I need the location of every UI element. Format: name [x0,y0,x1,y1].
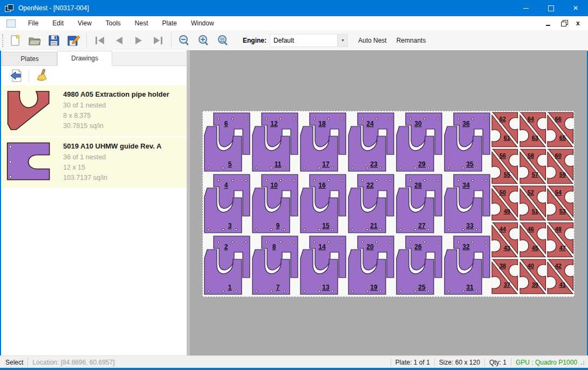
go-previous-button[interactable] [110,32,128,49]
nest-cell-red-39-40[interactable]: 4039 [519,258,547,295]
nest-cell-red-65-66[interactable]: 6665 [546,111,575,148]
nest-canvas[interactable]: 6512111817242330293635431091615222128273… [187,50,587,355]
nest-cell-red-63-64[interactable]: 6463 [519,111,547,148]
mdi-restore-button[interactable] [561,20,569,26]
nest-cell-purple-35-36[interactable]: 3635 [443,111,491,173]
open-button[interactable] [25,32,44,49]
menu-item-plate[interactable]: Plate [155,17,184,30]
part-number: 53 [559,208,566,214]
nest-cell-purple-7-8[interactable]: 87 [251,234,299,296]
part-number: 5 [228,160,232,168]
go-first-button[interactable] [91,32,109,49]
titlebar: OpenNest - [N0317-004] ✕ [0,0,588,16]
go-next-button[interactable] [129,32,148,49]
go-last-button[interactable] [149,32,167,49]
nest-cell-purple-31-32[interactable]: 3231 [443,234,491,296]
part-number: 61 [504,134,510,141]
nest-cell-red-43-44[interactable]: 4443 [491,221,519,258]
part-number: 7 [276,284,280,291]
statusbar-qty: Qty: 1 [489,359,507,366]
nest-cell-purple-5-6[interactable]: 65 [203,111,251,173]
nest-cell-purple-27-28[interactable]: 2827 [395,173,443,234]
part-number: 31 [466,284,474,291]
new-document-button[interactable] [6,32,24,49]
part-number: 36 [462,120,470,127]
nest-cell-red-47-48[interactable]: 4847 [546,221,575,258]
engine-dropdown-arrow[interactable]: ▾ [338,34,348,47]
nest-cell-purple-29-30[interactable]: 3029 [395,111,443,173]
nest-cell-red-37-38[interactable]: 3837 [491,258,519,295]
broom-icon [35,69,49,83]
menu-item-nest[interactable]: Nest [128,17,155,30]
nest-cell-purple-15-16[interactable]: 1615 [299,173,347,234]
window-border-bottom [0,368,588,370]
nest-cell-purple-21-22[interactable]: 2221 [347,173,395,234]
zoom-in-button[interactable] [195,32,213,49]
part-number: 12 [270,120,278,127]
menu-item-window[interactable]: Window [184,17,221,30]
nest-cell-purple-9-10[interactable]: 109 [251,173,299,234]
part-number: 19 [370,284,378,291]
part-number: 25 [418,284,426,291]
nest-cell-purple-25-26[interactable]: 2625 [395,234,443,296]
go-previous-icon [113,34,126,47]
minimize-button[interactable] [514,0,538,16]
drawing-item-2[interactable]: 5019 A10 UHMW guide Rev. A36 of 1 nested… [1,137,187,188]
nest-cell-red-57-58[interactable]: 5857 [519,148,547,185]
drawing-item-1[interactable]: 4980 A05 Extraction pipe holder30 of 1 n… [1,85,187,136]
mdi-close-button[interactable]: x [576,20,584,26]
part-number: 26 [414,243,422,251]
part-number: 8 [272,243,276,251]
engine-combobox[interactable]: Default [270,34,338,47]
part-number: 9 [276,222,280,230]
part-number: 51 [531,208,538,214]
nest-cell-red-55-56[interactable]: 5655 [491,148,519,185]
nest-cell-purple-3-4[interactable]: 43 [203,173,251,234]
nest-cell-red-41-42[interactable]: 4241 [546,258,575,295]
part-number: 44 [500,226,506,232]
nest-cell-purple-11-12[interactable]: 1211 [251,111,299,173]
menu-item-edit[interactable]: Edit [45,17,71,30]
nest-cell-purple-23-24[interactable]: 2423 [347,111,395,173]
resize-grip[interactable] [580,360,586,365]
save-as-icon [67,34,80,47]
engine-value: Default [274,37,294,44]
save-as-button[interactable] [64,32,83,49]
zoom-out-button[interactable] [175,32,194,49]
remnants-button[interactable]: Remnants [392,33,431,48]
toolbar: Engine: Default ▾ Auto Nest Remnants [0,30,588,51]
maximize-button[interactable] [538,0,563,16]
part-number: 58 [527,152,534,159]
nest-cell-red-51-52[interactable]: 5251 [519,185,547,221]
statusbar: Select Location: [84.8696, 60.6957] Plat… [0,355,588,368]
nest-cell-purple-33-34[interactable]: 3433 [443,173,491,234]
clear-drawings-button[interactable] [32,67,51,84]
tab-drawings[interactable]: Drawings [57,51,112,66]
nest-cell-purple-13-14[interactable]: 1413 [299,234,347,296]
menu-item-view[interactable]: View [71,17,99,30]
app-icon [5,4,13,12]
zoom-fit-button[interactable] [214,32,233,49]
menu-item-tools[interactable]: Tools [99,17,128,30]
tab-plates[interactable]: Plates [2,52,57,65]
drawing-title: 4980 A05 Extraction pipe holder [63,90,169,98]
return-drawing-button[interactable] [6,67,26,84]
nest-cell-red-49-50[interactable]: 5049 [491,185,519,221]
plate: 6512111817242330293635431091615222128273… [202,111,575,297]
mdi-minimize-button[interactable] [546,20,553,26]
nest-cell-red-53-54[interactable]: 5453 [546,185,575,221]
nest-cell-red-59-60[interactable]: 6059 [546,148,575,185]
save-button[interactable] [45,32,63,49]
statusbar-plate: Plate: 1 of 1 [395,359,430,366]
nest-cell-purple-1-2[interactable]: 21 [203,234,251,296]
close-button[interactable]: ✕ [563,0,588,16]
menubar: FileEditViewToolsNestPlateWindow x [0,16,588,31]
toolbar-grip[interactable] [2,34,5,47]
drawing-thumbnail [6,90,58,127]
nest-cell-red-45-46[interactable]: 4645 [519,221,547,258]
nest-cell-red-61-62[interactable]: 6261 [491,111,519,148]
auto-nest-button[interactable]: Auto Nest [353,33,392,48]
nest-cell-purple-17-18[interactable]: 1817 [299,111,347,173]
nest-cell-purple-19-20[interactable]: 2019 [347,234,395,296]
menu-item-file[interactable]: File [21,17,45,30]
